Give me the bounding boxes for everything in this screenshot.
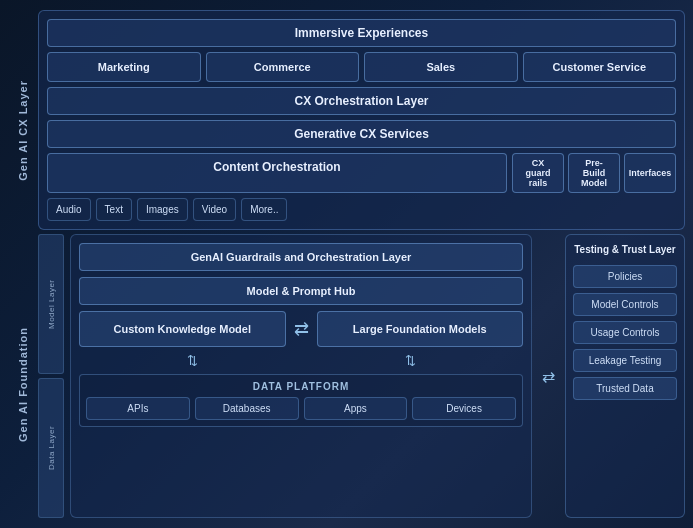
left-labels: Gen AI CX Layer Gen AI Foundation: [8, 10, 38, 518]
audio-box: Audio: [47, 198, 91, 221]
custom-knowledge-box: Custom Knowledge Model: [79, 311, 286, 347]
data-layer-label: Data Layer: [38, 378, 64, 518]
images-box: Images: [137, 198, 188, 221]
data-platform-label: DATA PLATFORM: [86, 381, 516, 392]
right-down-arrow-icon: ⇅: [305, 353, 515, 368]
media-row: Audio Text Images Video More..: [47, 198, 676, 221]
left-down-arrow-icon: ⇅: [87, 353, 297, 368]
content-orch-row: Content Orchestration CX guard rails Pre…: [47, 153, 676, 193]
cx-layer-label: Gen AI CX Layer: [17, 80, 29, 181]
cx-orchestration-box: CX Orchestration Layer: [47, 87, 676, 115]
sales-box: Sales: [364, 52, 518, 82]
horizontal-arrows-icon: ⇄: [294, 318, 309, 340]
foundation-label-container: Gen AI Foundation: [8, 250, 38, 518]
large-foundation-box: Large Foundation Models: [317, 311, 524, 347]
data-items-row: APIs Databases Apps Devices: [86, 397, 516, 420]
databases-box: Databases: [195, 397, 299, 420]
prompt-hub-box: Model & Prompt Hub: [79, 277, 523, 305]
sub-layer-labels: Model Layer Data Layer: [38, 234, 64, 518]
policies-item: Policies: [573, 265, 677, 288]
model-layer-label: Model Layer: [38, 234, 64, 374]
foundation-section: Model Layer Data Layer GenAI Guardrails …: [38, 234, 685, 518]
customer-service-box: Customer Service: [523, 52, 677, 82]
apis-box: APIs: [86, 397, 190, 420]
interfaces-box: Interfaces: [624, 153, 676, 193]
categories-row: Marketing Commerce Sales Customer Servic…: [47, 52, 676, 82]
apps-box: Apps: [304, 397, 408, 420]
trust-layer: Testing & Trust Layer Policies Model Con…: [565, 234, 685, 518]
marketing-box: Marketing: [47, 52, 201, 82]
content-orchestration-box: Content Orchestration: [47, 153, 507, 193]
right-content: Immersive Experiences Marketing Commerce…: [38, 10, 685, 518]
text-box: Text: [96, 198, 132, 221]
data-arrows-row: ⇅ ⇅: [79, 353, 523, 368]
video-box: Video: [193, 198, 236, 221]
foundation-with-trust: Model Layer Data Layer GenAI Guardrails …: [38, 234, 685, 518]
cx-guardrails-box: CX guard rails: [512, 153, 564, 193]
immersive-experiences-box: Immersive Experiences: [47, 19, 676, 47]
usage-controls-item: Usage Controls: [573, 321, 677, 344]
guardrails-box: GenAI Guardrails and Orchestration Layer: [79, 243, 523, 271]
cx-layer-label-container: Gen AI CX Layer: [8, 10, 38, 250]
leakage-testing-item: Leakage Testing: [573, 349, 677, 372]
more-box: More..: [241, 198, 287, 221]
side-boxes: CX guard rails Pre-Build Model Interface…: [512, 153, 676, 193]
generative-cx-box: Generative CX Services: [47, 120, 676, 148]
cx-layer-section: Immersive Experiences Marketing Commerce…: [38, 10, 685, 230]
devices-box: Devices: [412, 397, 516, 420]
prebuild-model-box: Pre-Build Model: [568, 153, 620, 193]
trust-layer-title: Testing & Trust Layer: [573, 243, 677, 256]
commerce-box: Commerce: [206, 52, 360, 82]
foundation-label: Gen AI Foundation: [17, 327, 29, 442]
foundation-main: GenAI Guardrails and Orchestration Layer…: [70, 234, 532, 518]
main-container: Gen AI CX Layer Gen AI Foundation Immers…: [0, 0, 693, 528]
trust-arrow-icon: ⇄: [542, 234, 555, 518]
model-row: Custom Knowledge Model ⇄ Large Foundatio…: [79, 311, 523, 347]
model-controls-item: Model Controls: [573, 293, 677, 316]
data-platform-section: DATA PLATFORM APIs Databases Apps Device…: [79, 374, 523, 427]
trusted-data-item: Trusted Data: [573, 377, 677, 400]
